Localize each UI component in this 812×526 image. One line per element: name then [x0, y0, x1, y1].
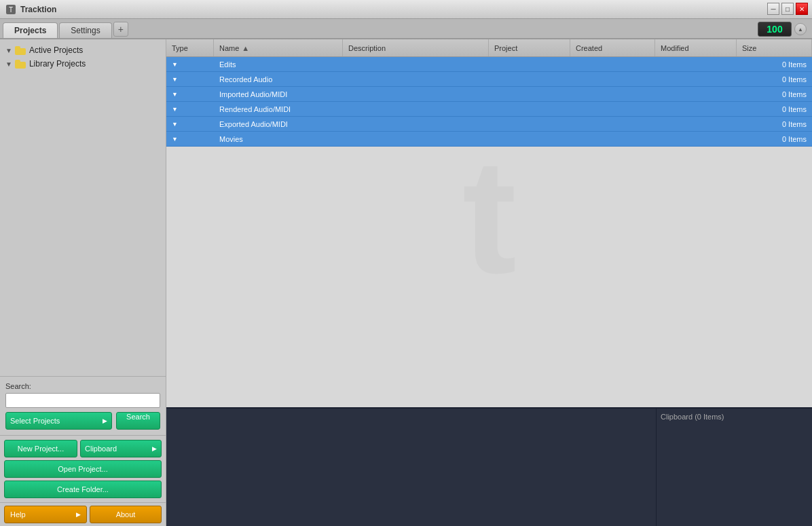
row-expand-arrow: ▼	[172, 61, 178, 68]
search-button[interactable]: Search	[116, 412, 160, 430]
row-name: Exported Audio/MIDI	[214, 120, 343, 128]
content-area: Type Name ▲ Description Project Created …	[166, 39, 812, 526]
col-header-description[interactable]: Description	[343, 39, 489, 56]
tab-projects[interactable]: Projects	[3, 22, 58, 38]
row-size: 0 Items	[737, 120, 812, 128]
bpm-arrow-up[interactable]: ▲	[794, 23, 807, 35]
col-header-modified[interactable]: Modified	[655, 39, 737, 56]
sidebar-item-label: Active Projects	[29, 45, 83, 55]
about-button[interactable]: About	[90, 506, 162, 523]
table-row[interactable]: ▼ Exported Audio/MIDI 0 Items	[166, 117, 812, 132]
help-label: Help	[10, 510, 26, 519]
row-type: ▼	[166, 121, 214, 128]
sidebar: ▼ Active Projects ▼ Library Projects Sea…	[0, 39, 166, 526]
open-project-label: Open Project...	[58, 465, 107, 473]
table-row[interactable]: ▼ Movies 0 Items	[166, 132, 812, 147]
open-project-button[interactable]: Open Project...	[4, 460, 162, 478]
create-folder-label: Create Folder...	[57, 485, 109, 493]
col-type-label: Type	[172, 44, 188, 52]
window-controls: ─ □ ✕	[767, 3, 808, 15]
expand-arrow: ▼	[5, 47, 12, 54]
create-folder-button[interactable]: Create Folder...	[4, 481, 162, 498]
main-layout: ▼ Active Projects ▼ Library Projects Sea…	[0, 39, 812, 526]
main-bottom-panel	[166, 409, 656, 526]
maximize-button[interactable]: □	[781, 3, 794, 15]
minimize-button[interactable]: ─	[767, 3, 779, 15]
expand-arrow: ▼	[5, 60, 12, 68]
folder-icon	[15, 46, 26, 54]
help-arrow: ▶	[76, 511, 81, 518]
col-header-created[interactable]: Created	[570, 39, 655, 56]
col-header-project[interactable]: Project	[489, 39, 570, 56]
row-expand-arrow: ▼	[172, 106, 178, 113]
rows-container: ▼ Edits 0 Items ▼ Recorded Audio 0 Items…	[166, 57, 812, 147]
col-header-type[interactable]: Type	[166, 39, 214, 56]
sidebar-bottom: New Project... Clipboard ▶ Open Project.…	[0, 435, 166, 502]
select-projects-arrow: ▶	[103, 417, 107, 424]
clipboard-row: New Project... Clipboard ▶	[4, 440, 162, 457]
row-name: Recorded Audio	[214, 75, 343, 83]
clipboard-panel: Clipboard (0 Items)	[656, 409, 812, 526]
bottom-panels: Clipboard (0 Items)	[166, 407, 812, 526]
col-project-label: Project	[494, 44, 517, 52]
row-size: 0 Items	[737, 60, 812, 69]
clipboard-arrow: ▶	[152, 445, 157, 452]
sidebar-item-active-projects[interactable]: ▼ Active Projects	[3, 43, 163, 57]
clipboard-button[interactable]: Clipboard ▶	[80, 440, 162, 457]
watermark: t	[388, 130, 591, 335]
row-size: 0 Items	[737, 105, 812, 113]
row-type: ▼	[166, 61, 214, 68]
about-label: About	[116, 510, 136, 519]
help-row: Help ▶ About	[0, 502, 166, 526]
search-label: Search:	[5, 382, 160, 390]
tab-settings[interactable]: Settings	[59, 22, 111, 38]
row-name: Rendered Audio/MIDI	[214, 105, 343, 113]
help-button[interactable]: Help ▶	[4, 506, 87, 523]
sidebar-item-library-projects[interactable]: ▼ Library Projects	[3, 57, 163, 71]
col-size-label: Size	[742, 44, 756, 52]
row-size: 0 Items	[737, 90, 812, 98]
table-row[interactable]: ▼ Rendered Audio/MIDI 0 Items	[166, 102, 812, 117]
col-header-size[interactable]: Size	[737, 39, 812, 56]
col-created-label: Created	[576, 44, 602, 52]
table-row[interactable]: ▼ Imported Audio/MIDI 0 Items	[166, 87, 812, 102]
col-desc-label: Description	[348, 44, 386, 52]
col-name-label: Name	[219, 44, 239, 52]
sort-arrow: ▲	[242, 44, 249, 52]
search-buttons: Select Projects ▶ Search	[5, 412, 160, 430]
row-type: ▼	[166, 136, 214, 143]
row-size: 0 Items	[737, 135, 812, 143]
table-header: Type Name ▲ Description Project Created …	[166, 39, 812, 57]
row-name: Movies	[214, 135, 343, 143]
tab-add-button[interactable]: +	[113, 22, 128, 37]
table-row[interactable]: ▼ Recorded Audio 0 Items	[166, 72, 812, 87]
row-size: 0 Items	[737, 75, 812, 83]
row-expand-arrow: ▼	[172, 136, 178, 143]
search-input[interactable]	[5, 393, 160, 408]
row-type: ▼	[166, 106, 214, 113]
titlebar: T Tracktion ─ □ ✕	[0, 0, 812, 19]
tabbar: Projects Settings + 100 ▲	[0, 19, 812, 39]
table-row[interactable]: ▼ Edits 0 Items	[166, 57, 812, 72]
project-tree: ▼ Active Projects ▼ Library Projects	[0, 39, 166, 376]
svg-text:t: t	[462, 130, 517, 307]
row-type: ▼	[166, 91, 214, 98]
row-name: Edits	[214, 60, 343, 69]
row-name: Imported Audio/MIDI	[214, 90, 343, 98]
search-label-text: Search	[126, 413, 150, 421]
select-projects-button[interactable]: Select Projects ▶	[5, 412, 112, 430]
svg-text:T: T	[9, 6, 13, 14]
close-button[interactable]: ✕	[796, 3, 808, 15]
new-project-button[interactable]: New Project...	[4, 440, 77, 457]
col-header-name[interactable]: Name ▲	[214, 39, 343, 56]
bpm-display[interactable]: 100	[758, 22, 792, 37]
row-type: ▼	[166, 76, 214, 83]
select-projects-label: Select Projects	[10, 417, 60, 425]
table-body: t ▼ Edits 0 Items ▼ Recorded Audio 0 Ite…	[166, 57, 812, 407]
row-expand-arrow: ▼	[172, 91, 178, 98]
folder-icon	[15, 60, 26, 68]
top-right-controls: 100 ▲	[758, 22, 807, 37]
clipboard-label: Clipboard	[85, 445, 117, 453]
search-area: Search: Select Projects ▶ Search	[0, 376, 166, 435]
row-expand-arrow: ▼	[172, 121, 178, 128]
